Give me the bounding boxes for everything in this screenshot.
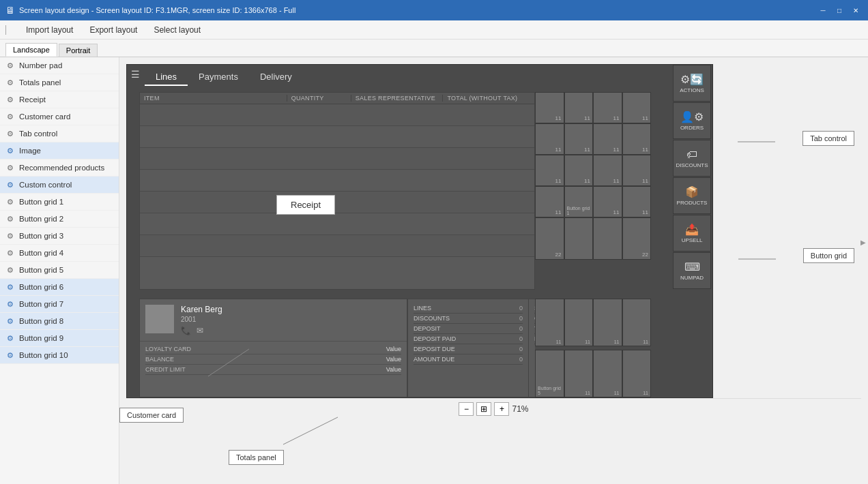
grid-cell[interactable]: 11 <box>535 155 564 186</box>
grid-cell[interactable]: 11 <box>564 155 594 186</box>
sidebar-item-button-grid-6[interactable]: ⚙ Button grid 6 <box>0 279 119 296</box>
preview-tab-lines[interactable]: Lines <box>145 69 188 86</box>
grid-cell[interactable]: 11 <box>593 186 622 217</box>
export-layout-menu[interactable]: Export layout <box>87 24 140 36</box>
grid-cell[interactable]: 11 <box>535 123 564 155</box>
loyalty-card-value: Value <box>386 346 401 352</box>
grid-cell[interactable]: 11 <box>535 299 564 346</box>
grid-cell[interactable] <box>593 217 622 260</box>
grid-row: 11 11 11 11 <box>535 155 651 186</box>
sidebar-item-button-grid-2[interactable]: ⚙ Button grid 2 <box>0 211 119 228</box>
table-row <box>140 148 534 170</box>
orders-icon: 👤⚙ <box>680 110 704 123</box>
upsell-button[interactable]: 📤 UPSELL <box>673 215 711 252</box>
grid-cell[interactable]: 22 <box>535 217 564 260</box>
grid-cell[interactable] <box>564 217 594 260</box>
gear-icon: ⚙ <box>5 214 15 224</box>
deposit-paid-label: DEPOSIT PAID <box>414 335 456 342</box>
sidebar-item-recommended[interactable]: ⚙ Recommended products <box>0 160 119 177</box>
sidebar-label-image: Image <box>19 147 41 155</box>
numpad-icon: ⌨ <box>684 260 700 273</box>
receipt-rows <box>140 104 534 257</box>
menu-bar: Import layout Export layout Select layou… <box>0 20 868 40</box>
grid-cell[interactable]: 11 <box>593 350 622 397</box>
sidebar-item-custom-control[interactable]: ⚙ Custom control <box>0 177 119 194</box>
grid-cell[interactable]: 11 <box>535 186 564 217</box>
preview-tab-payments[interactable]: Payments <box>188 69 249 86</box>
products-button[interactable]: 📦 PRODUCTS <box>673 177 711 214</box>
select-layout-menu[interactable]: Select layout <box>151 24 203 36</box>
grid-cell[interactable]: 22 <box>622 217 652 260</box>
sidebar-label-customer-card: Customer card <box>19 112 70 121</box>
gear-icon: ⚙ <box>5 180 15 190</box>
sidebar-item-tab-control[interactable]: ⚙ Tab control <box>0 125 119 142</box>
grid-cell[interactable]: 11 <box>622 299 652 346</box>
maximize-button[interactable]: □ <box>833 3 846 17</box>
sidebar-item-button-grid-3[interactable]: ⚙ Button grid 3 <box>0 228 119 245</box>
sidebar-item-number-pad[interactable]: ⚙ Number pad <box>0 57 119 74</box>
numpad-button[interactable]: ⌨ NUMPAD <box>673 252 711 289</box>
close-button[interactable]: ✕ <box>849 3 863 17</box>
sidebar-label-button-grid-9: Button grid 9 <box>19 334 63 342</box>
sidebar-item-customer-card[interactable]: ⚙ Customer card <box>0 108 119 125</box>
receipt-col-qty: QUANTITY <box>287 95 351 102</box>
title-text: Screen layout design - Screen layout ID:… <box>19 6 816 14</box>
deposit-label: DEPOSIT <box>414 325 441 332</box>
tab-portrait[interactable]: Portrait <box>59 44 98 57</box>
import-layout-menu[interactable]: Import layout <box>23 24 76 36</box>
sidebar-item-button-grid-4[interactable]: ⚙ Button grid 4 <box>0 245 119 262</box>
actions-button[interactable]: ⚙🔄 ACTIONS <box>673 65 711 102</box>
grid-cell[interactable]: 11 <box>593 92 622 123</box>
grid-cell[interactable]: Button grid 5 <box>535 350 564 397</box>
sidebar-item-totals-panel[interactable]: ⚙ Totals panel <box>0 74 119 91</box>
grid-cell[interactable]: 11 <box>593 299 622 346</box>
grid-cell[interactable]: 11 <box>622 155 652 186</box>
sidebar-item-button-grid-1[interactable]: ⚙ Button grid 1 <box>0 194 119 211</box>
sidebar-item-button-grid-7[interactable]: ⚙ Button grid 7 <box>0 296 119 313</box>
minimize-button[interactable]: ─ <box>816 3 830 17</box>
preview-tab-delivery[interactable]: Delivery <box>249 69 303 86</box>
sidebar-item-image[interactable]: ⚙ Image <box>0 142 119 160</box>
zoom-out-button[interactable]: − <box>459 402 474 416</box>
sidebar-item-button-grid-10[interactable]: ⚙ Button grid 10 ▶ <box>0 347 119 364</box>
zoom-in-button[interactable]: + <box>494 402 509 416</box>
receipt-header: ITEM QUANTITY SALES REPRESENTATIVE TOTAL… <box>140 93 534 104</box>
sidebar-item-receipt[interactable]: ⚙ Receipt <box>0 91 119 108</box>
sidebar-label-button-grid-4: Button grid 4 <box>19 249 63 257</box>
preview-tab-bar: Lines Payments Delivery <box>139 65 303 86</box>
sidebar-label-number-pad: Number pad <box>19 61 62 70</box>
table-row <box>140 104 534 126</box>
gear-icon: ⚙ <box>5 78 15 87</box>
grid-cell[interactable]: 11 <box>564 350 594 397</box>
sidebar-label-button-grid-2: Button grid 2 <box>19 215 63 223</box>
grid-cell[interactable]: 11 <box>564 123 594 155</box>
sidebar-item-button-grid-8[interactable]: ⚙ Button grid 8 <box>0 313 119 330</box>
grid-cell[interactable]: 11 <box>622 123 652 155</box>
totals-row-discounts: DISCOUNTS 0 <box>414 314 523 324</box>
orders-button[interactable]: 👤⚙ ORDERS <box>673 102 711 139</box>
zoom-reset-button[interactable]: ⊞ <box>476 402 491 416</box>
tab-landscape[interactable]: Landscape <box>5 43 57 57</box>
grid-cell[interactable]: 11 <box>622 186 652 217</box>
customer-avatar <box>145 305 174 333</box>
discounts-button[interactable]: 🏷 DISCOUNTS <box>673 140 711 177</box>
grid-cell[interactable]: 11 <box>593 155 622 186</box>
grid-cell[interactable]: Button grid 1 <box>564 186 594 217</box>
customer-id: 2001 <box>181 316 222 323</box>
customer-details: Karen Berg 2001 📞 ✉ <box>181 305 222 335</box>
grid-cell[interactable]: 11 <box>535 92 564 123</box>
actions-label: ACTIONS <box>680 87 704 93</box>
customer-card-callout: Customer card <box>119 408 184 423</box>
sidebar-item-button-grid-9[interactable]: ⚙ Button grid 9 <box>0 330 119 347</box>
grid-cell[interactable]: 11 <box>622 92 652 123</box>
callout-line-tab <box>775 136 816 150</box>
table-row <box>140 126 534 148</box>
upsell-label: UPSELL <box>682 237 703 243</box>
grid-cell[interactable]: 11 <box>593 123 622 155</box>
gear-icon: ⚙ <box>5 333 15 343</box>
discounts-value: 0 <box>519 315 523 322</box>
grid-cell[interactable]: 11 <box>564 92 594 123</box>
grid-cell[interactable]: 11 <box>564 299 594 346</box>
sidebar-item-button-grid-5[interactable]: ⚙ Button grid 5 <box>0 262 119 279</box>
grid-cell[interactable]: 11 <box>622 350 652 397</box>
